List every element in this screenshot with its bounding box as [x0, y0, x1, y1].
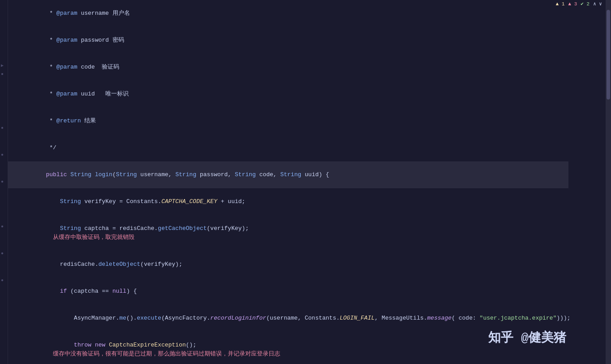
code-line: */	[0, 134, 568, 161]
code-line: redisCache.deleteObject(verifyKey);	[0, 251, 568, 278]
fold-indicator[interactable]: ▶	[1, 63, 4, 68]
code-line: if (captcha == null) {	[0, 278, 568, 305]
code-line: * @param uuid 唯一标识	[0, 81, 568, 108]
code-line: String verifyKey = Constants.CAPTCHA_COD…	[0, 188, 568, 215]
scrollbar-thumb[interactable]	[607, 10, 610, 100]
fold-indicator[interactable]: ●	[1, 278, 4, 283]
code-line: * @param username 用户名	[0, 0, 568, 27]
top-indicators: ▲ 1 ▲ 3 ✔ 2 ∧ ∨	[556, 1, 602, 7]
ok-indicator: ✔ 2	[581, 1, 589, 7]
fold-indicator[interactable]: ●	[1, 152, 4, 157]
code-line: throw new CaptchaExpireException(); 缓存中没…	[0, 332, 568, 364]
expand-indicator: ∧ ∨	[593, 1, 602, 7]
editor-container: ▲ 1 ▲ 3 ✔ 2 ∧ ∨ * @param username 用户名 * …	[0, 0, 611, 364]
error-indicator: ▲ 3	[568, 1, 577, 7]
code-area[interactable]: * @param username 用户名 * @param password …	[0, 0, 611, 364]
scrollbar[interactable]	[606, 0, 611, 364]
code-line: AsyncManager.me().execute(AsyncFactory.r…	[0, 305, 568, 332]
code-line: * @param password 密码	[0, 27, 568, 54]
watermark: 知乎 @健美猪	[488, 329, 566, 346]
code-line: * @param code 验证码	[0, 54, 568, 81]
fold-indicator[interactable]: ●	[1, 179, 4, 184]
warning-indicator: ▲ 1	[556, 1, 565, 7]
fold-indicator[interactable]: ●	[1, 224, 4, 229]
code-line: * @return 结果	[0, 108, 568, 134]
code-line: public String login(String username, Str…	[0, 161, 568, 188]
fold-indicator[interactable]: ●	[1, 126, 4, 130]
fold-indicator[interactable]: ●	[1, 251, 4, 256]
code-line: String captcha = redisCache.getCacheObje…	[0, 215, 568, 251]
fold-indicator[interactable]: ●	[1, 72, 4, 77]
